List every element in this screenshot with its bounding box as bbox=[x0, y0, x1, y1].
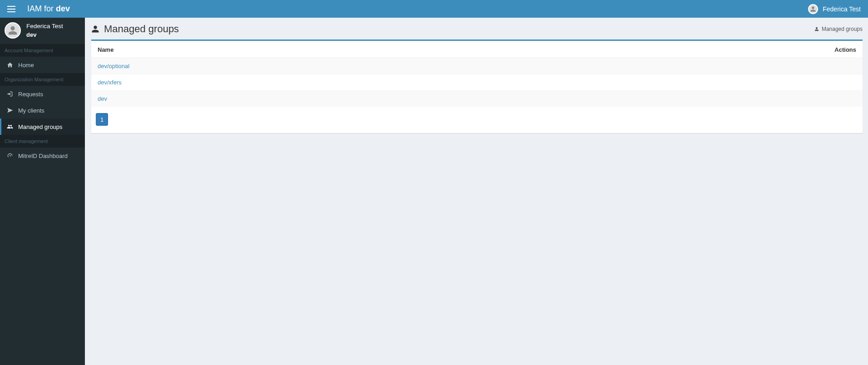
users-icon bbox=[6, 123, 14, 130]
row-actions bbox=[527, 74, 863, 91]
sidebar-section-client: Client management bbox=[0, 135, 85, 148]
row-actions bbox=[527, 91, 863, 107]
groups-panel: Name Actions dev/optionaldev/xfersdev 1 bbox=[91, 39, 863, 133]
row-actions bbox=[527, 58, 863, 74]
table-row: dev/optional bbox=[91, 58, 863, 74]
sidebar-item-managed-groups[interactable]: Managed groups bbox=[0, 118, 85, 135]
app-brand[interactable]: IAM for dev bbox=[27, 4, 70, 14]
sidebar-section-org: Organization Management bbox=[0, 73, 85, 86]
sidebar-item-label: My clients bbox=[18, 107, 44, 114]
brand-prefix: IAM for bbox=[27, 4, 56, 13]
brand-org: dev bbox=[56, 4, 70, 13]
sidebar-item-label: Managed groups bbox=[18, 123, 63, 130]
group-link[interactable]: dev bbox=[98, 95, 107, 102]
column-header-name: Name bbox=[91, 41, 527, 58]
avatar-icon bbox=[5, 22, 21, 39]
sidebar-item-my-clients[interactable]: My clients bbox=[0, 102, 85, 118]
breadcrumb: Managed groups bbox=[814, 26, 863, 32]
group-link[interactable]: dev/xfers bbox=[98, 79, 122, 86]
sidebar-user-name: Federica Test bbox=[26, 23, 63, 30]
sidebar-item-label: Home bbox=[18, 62, 34, 69]
topbar: IAM for dev Federica Test bbox=[0, 0, 868, 18]
avatar-icon bbox=[808, 4, 818, 14]
sidebar-section-account: Account Management bbox=[0, 44, 85, 57]
user-name-label: Federica Test bbox=[823, 5, 861, 13]
content-header: Managed groups Managed groups bbox=[91, 23, 863, 39]
sidebar-item-requests[interactable]: Requests bbox=[0, 86, 85, 102]
group-link[interactable]: dev/optional bbox=[98, 63, 129, 69]
user-icon bbox=[814, 27, 819, 31]
signin-icon bbox=[6, 90, 14, 98]
user-icon bbox=[91, 25, 99, 34]
sidebar-item-label: MitreID Dashboard bbox=[18, 153, 68, 159]
page-title-text: Managed groups bbox=[104, 23, 179, 35]
groups-table: Name Actions dev/optionaldev/xfersdev bbox=[91, 41, 863, 107]
menu-toggle-button[interactable] bbox=[7, 6, 15, 12]
page-button-current[interactable]: 1 bbox=[96, 113, 108, 126]
pagination: 1 bbox=[91, 107, 863, 126]
home-icon bbox=[6, 61, 14, 69]
sidebar-item-home[interactable]: Home bbox=[0, 57, 85, 73]
sidebar-item-mitreid[interactable]: MitreID Dashboard bbox=[0, 148, 85, 164]
dashboard-icon bbox=[6, 152, 14, 159]
sidebar-user-panel: Federica Test dev bbox=[0, 18, 85, 44]
sidebar-user-org: dev bbox=[26, 31, 63, 38]
column-header-actions: Actions bbox=[527, 41, 863, 58]
page-title: Managed groups bbox=[91, 23, 179, 35]
table-row: dev bbox=[91, 91, 863, 107]
user-menu[interactable]: Federica Test bbox=[808, 4, 861, 14]
breadcrumb-text: Managed groups bbox=[822, 26, 863, 32]
table-row: dev/xfers bbox=[91, 74, 863, 91]
sidebar: Federica Test dev Account Management Hom… bbox=[0, 18, 85, 365]
main-content: Managed groups Managed groups Name Actio… bbox=[85, 18, 868, 365]
arrow-icon bbox=[6, 107, 14, 114]
sidebar-item-label: Requests bbox=[18, 91, 43, 98]
